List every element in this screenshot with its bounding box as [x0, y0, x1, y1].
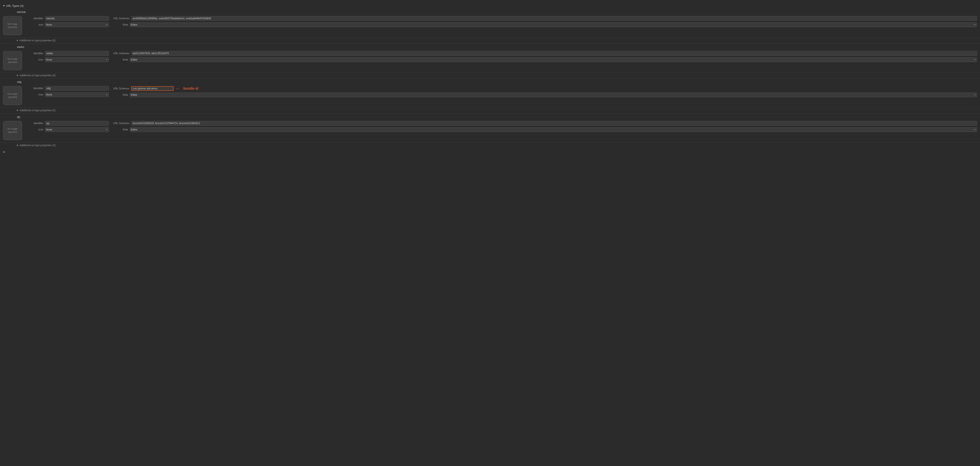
- identifier-row-qq: Identifier: [29, 121, 109, 125]
- url-schemes-label-wechat: URL Schemes: [113, 17, 129, 20]
- additional-props-triangle-icon: [17, 109, 18, 111]
- url-schemes-row-wechat: URL Schemes: [113, 16, 977, 21]
- url-schemes-input-qq[interactable]: [131, 121, 977, 125]
- icon-label-weibo: Icon: [29, 58, 43, 61]
- url-type-name-wechat: wechat: [0, 9, 980, 14]
- bundle-id-arrow-icon: ←: [176, 86, 180, 91]
- url-schemes-row-qq: URL Schemes: [113, 121, 977, 125]
- icon-row-qq: IconNone: [29, 127, 109, 132]
- role-label-wechat: Role: [113, 23, 128, 26]
- fields-left-sdg: IdentifierIconNone: [29, 86, 109, 97]
- role-select-wrapper-qq: Editor: [130, 127, 977, 132]
- role-select-wrapper-wechat: Editor: [130, 22, 977, 27]
- additional-props-qq[interactable]: Additional url type properties (0): [0, 143, 980, 148]
- identifier-input-qq[interactable]: [45, 121, 109, 125]
- image-placeholder-sdg: No image specified: [3, 86, 22, 105]
- icon-select-wrapper-qq: None: [45, 127, 109, 132]
- icon-select-qq[interactable]: None: [45, 127, 109, 132]
- identifier-row-weibo: Identifier: [29, 51, 109, 56]
- section-collapse-triangle[interactable]: [3, 5, 5, 6]
- url-schemes-label-qq: URL Schemes: [113, 122, 129, 125]
- fields-left-qq: IdentifierIconNone: [29, 121, 109, 132]
- additional-props-label-wechat: Additional url type properties (0): [19, 39, 56, 42]
- bundle-id-annotation-sdg: ←bundle id: [131, 86, 198, 91]
- fields-left-weibo: IdentifierIconNone: [29, 51, 109, 62]
- icon-select-wrapper-wechat: None: [45, 22, 109, 27]
- role-select-wechat[interactable]: Editor: [130, 22, 977, 27]
- url-schemes-input-sdg[interactable]: [131, 86, 173, 91]
- role-row-qq: RoleEditor: [113, 127, 977, 132]
- role-select-wrapper-sdg: Editor: [130, 93, 977, 97]
- icon-row-weibo: IconNone: [29, 57, 109, 62]
- identifier-input-wechat[interactable]: [45, 16, 109, 21]
- role-select-weibo[interactable]: Editor: [130, 57, 977, 62]
- image-placeholder-wechat: No image specified: [3, 16, 22, 35]
- url-type-block-sdg: sdgNo image specifiedIdentifierIconNoneU…: [0, 79, 980, 114]
- role-label-sdg: Role: [113, 94, 128, 97]
- additional-props-weibo[interactable]: Additional url type properties (0): [0, 73, 980, 78]
- url-type-block-weibo: weiboNo image specifiedIdentifierIconNon…: [0, 44, 980, 79]
- additional-props-label-sdg: Additional url type properties (0): [19, 109, 56, 112]
- add-url-type-button[interactable]: +: [0, 149, 8, 155]
- icon-select-wrapper-weibo: None: [45, 57, 109, 62]
- role-label-weibo: Role: [113, 58, 128, 61]
- icon-row-wechat: IconNone: [29, 22, 109, 27]
- role-row-sdg: RoleEditor: [113, 93, 977, 97]
- additional-props-triangle-icon: [17, 144, 18, 146]
- role-select-qq[interactable]: Editor: [130, 127, 977, 132]
- url-schemes-input-wechat[interactable]: [131, 16, 977, 21]
- icon-select-wechat[interactable]: None: [45, 22, 109, 27]
- identifier-input-sdg[interactable]: [45, 86, 109, 91]
- identifier-label-qq: Identifier: [29, 122, 43, 125]
- icon-label-sdg: Icon: [29, 93, 43, 96]
- url-type-row-weibo: No image specifiedIdentifierIconNoneURL …: [0, 49, 980, 72]
- additional-props-label-weibo: Additional url type properties (0): [19, 74, 56, 77]
- url-types-list: wechatNo image specifiedIdentifierIconNo…: [0, 9, 980, 148]
- additional-props-wechat[interactable]: Additional url type properties (0): [0, 38, 980, 43]
- url-schemes-row-weibo: URL Schemes: [113, 51, 977, 56]
- icon-select-wrapper-sdg: None: [45, 92, 109, 97]
- url-type-row-wechat: No image specifiedIdentifierIconNoneURL …: [0, 14, 980, 37]
- icon-label-qq: Icon: [29, 128, 43, 131]
- image-placeholder-qq: No image specified: [3, 121, 22, 140]
- fields-right-qq: URL SchemesRoleEditor: [113, 121, 977, 132]
- role-select-wrapper-weibo: Editor: [130, 57, 977, 62]
- section-header: URL Types (4): [0, 3, 980, 9]
- fields-left-wechat: IdentifierIconNone: [29, 16, 109, 27]
- additional-props-sdg[interactable]: Additional url type properties (0): [0, 108, 980, 113]
- identifier-input-weibo[interactable]: [45, 51, 109, 56]
- url-schemes-row-sdg: URL Schemes←bundle id: [113, 86, 977, 91]
- identifier-row-wechat: Identifier: [29, 16, 109, 21]
- icon-select-sdg[interactable]: None: [45, 92, 109, 97]
- identifier-label-sdg: Identifier: [29, 87, 43, 90]
- role-label-qq: Role: [113, 128, 128, 131]
- role-select-sdg[interactable]: Editor: [130, 93, 977, 97]
- additional-props-label-qq: Additional url type properties (0): [19, 144, 56, 147]
- icon-row-sdg: IconNone: [29, 92, 109, 97]
- fields-right-wechat: URL SchemesRoleEditor: [113, 16, 977, 27]
- identifier-label-wechat: Identifier: [29, 17, 43, 20]
- url-schemes-label-weibo: URL Schemes: [113, 52, 129, 55]
- url-type-block-qq: qqNo image specifiedIdentifierIconNoneUR…: [0, 114, 980, 148]
- additional-props-triangle-icon: [17, 74, 18, 76]
- url-type-row-qq: No image specifiedIdentifierIconNoneURL …: [0, 119, 980, 142]
- identifier-label-weibo: Identifier: [29, 52, 43, 55]
- url-type-block-wechat: wechatNo image specifiedIdentifierIconNo…: [0, 9, 980, 44]
- bundle-id-annotation-label: bundle id: [183, 87, 198, 90]
- identifier-row-sdg: Identifier: [29, 86, 109, 91]
- fields-right-sdg: URL Schemes←bundle idRoleEditor: [113, 86, 977, 97]
- url-type-name-sdg: sdg: [0, 79, 980, 84]
- url-schemes-label-sdg: URL Schemes: [113, 87, 129, 90]
- url-type-name-qq: qq: [0, 114, 980, 119]
- url-schemes-input-weibo[interactable]: [131, 51, 977, 56]
- image-placeholder-weibo: No image specified: [3, 51, 22, 70]
- fields-right-weibo: URL SchemesRoleEditor: [113, 51, 977, 62]
- additional-props-triangle-icon: [17, 40, 18, 41]
- url-type-name-weibo: weibo: [0, 44, 980, 49]
- role-row-weibo: RoleEditor: [113, 57, 977, 62]
- role-row-wechat: RoleEditor: [113, 22, 977, 27]
- icon-label-wechat: Icon: [29, 23, 43, 26]
- icon-select-weibo[interactable]: None: [45, 57, 109, 62]
- section-title: URL Types (4): [6, 4, 24, 8]
- url-types-section: URL Types (4) wechatNo image specifiedId…: [0, 3, 980, 155]
